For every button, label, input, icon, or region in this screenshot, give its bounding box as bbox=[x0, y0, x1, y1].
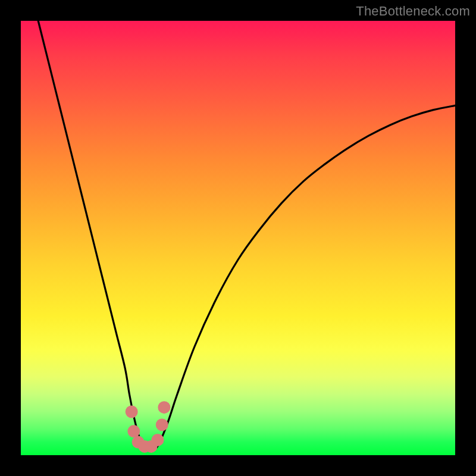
watermark-text: TheBottleneck.com bbox=[356, 4, 470, 19]
highlight-markers bbox=[126, 401, 171, 453]
chart-plot-area bbox=[21, 21, 455, 455]
highlight-marker bbox=[126, 406, 138, 418]
curve-layer bbox=[38, 21, 455, 450]
chart-frame: TheBottleneck.com bbox=[0, 0, 476, 476]
chart-svg bbox=[21, 21, 455, 455]
highlight-marker bbox=[156, 418, 168, 431]
bottleneck-curve bbox=[38, 21, 455, 450]
highlight-marker bbox=[127, 425, 140, 437]
highlight-marker bbox=[158, 401, 170, 414]
highlight-marker bbox=[151, 434, 164, 446]
